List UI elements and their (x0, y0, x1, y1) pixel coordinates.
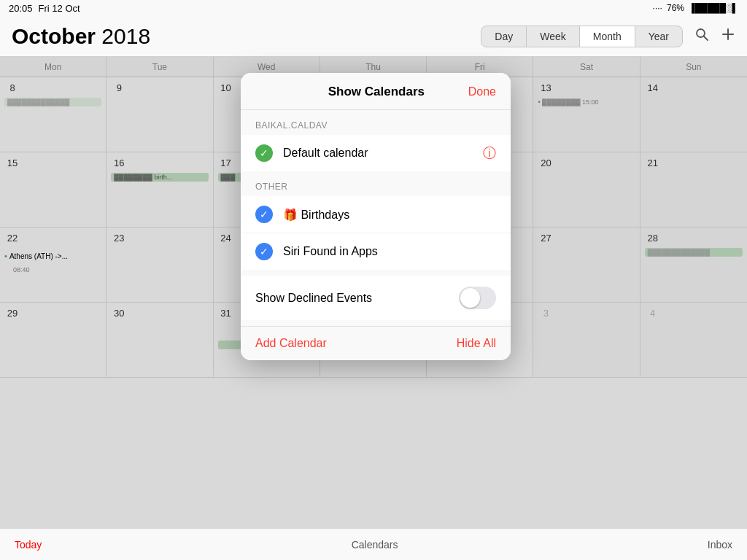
segment-week[interactable]: Week (527, 26, 580, 47)
other-calendar-list: ✓ 🎁 Birthdays ✓ Siri Found in Apps (241, 196, 511, 270)
toggle-knob (460, 288, 480, 308)
search-icon (694, 27, 709, 42)
declined-toggle[interactable] (459, 287, 496, 309)
gift-icon: 🎁 (283, 209, 298, 221)
add-event-button[interactable] (721, 27, 735, 45)
status-bar: 20:05 Fri 12 Oct ···· 76% ▐█████░▌ (0, 0, 747, 16)
calendar-item-birthdays[interactable]: ✓ 🎁 Birthdays (241, 196, 511, 233)
status-time: 20:05 (9, 3, 33, 14)
calendar-name-default: Default calendar (283, 147, 473, 160)
svg-line-1 (704, 36, 708, 40)
view-segment-control: Day Week Month Year (481, 26, 683, 47)
hide-all-button[interactable]: Hide All (457, 337, 496, 350)
popover-done-button[interactable]: Done (468, 85, 496, 98)
status-date: Fri 12 Oct (39, 3, 80, 14)
declined-label: Show Declined Events (255, 292, 372, 305)
section-baikal: BAIKAL.CALDAV (241, 110, 511, 135)
battery-percentage: 76% (667, 3, 684, 13)
declined-events-row: Show Declined Events (241, 276, 511, 320)
calendar-name-birthdays: 🎁 Birthdays (283, 208, 496, 222)
segment-year[interactable]: Year (635, 26, 682, 47)
header-controls: Day Week Month Year (481, 26, 735, 47)
signal-icon: ···· (653, 3, 662, 13)
popover-footer: Add Calendar Hide All (241, 326, 511, 360)
baikal-calendar-list: ✓ Default calendar ⓘ (241, 135, 511, 171)
calendar-item-default[interactable]: ✓ Default calendar ⓘ (241, 135, 511, 171)
battery-icon: ▐█████░▌ (689, 3, 738, 13)
search-button[interactable] (694, 27, 709, 45)
add-icon (721, 27, 735, 42)
add-calendar-button[interactable]: Add Calendar (255, 337, 327, 350)
tab-inbox[interactable]: Inbox (708, 539, 732, 551)
svg-point-0 (697, 29, 705, 37)
tab-today[interactable]: Today (15, 539, 42, 551)
info-icon-default[interactable]: ⓘ (483, 144, 496, 162)
calendar-header: October 2018 Day Week Month Year (0, 16, 747, 57)
calendar-check-siri: ✓ (255, 243, 273, 260)
segment-month[interactable]: Month (580, 26, 635, 47)
header-icon-group (694, 27, 735, 45)
tab-bar: Today Calendars Inbox (0, 528, 747, 560)
tab-calendars[interactable]: Calendars (352, 539, 398, 551)
calendar-check-default: ✓ (255, 144, 273, 162)
calendar-name-siri: Siri Found in Apps (283, 245, 496, 258)
page-title: October 2018 (12, 24, 150, 49)
section-other: OTHER (241, 171, 511, 196)
segment-day[interactable]: Day (481, 26, 527, 47)
popover-header: Show Calendars Done (241, 73, 511, 110)
calendar-check-birthdays: ✓ (255, 206, 273, 223)
calendar-item-siri[interactable]: ✓ Siri Found in Apps (241, 233, 511, 270)
calendars-popover: Show Calendars Done BAIKAL.CALDAV ✓ Defa… (241, 73, 511, 360)
popover-title: Show Calendars (285, 85, 468, 99)
